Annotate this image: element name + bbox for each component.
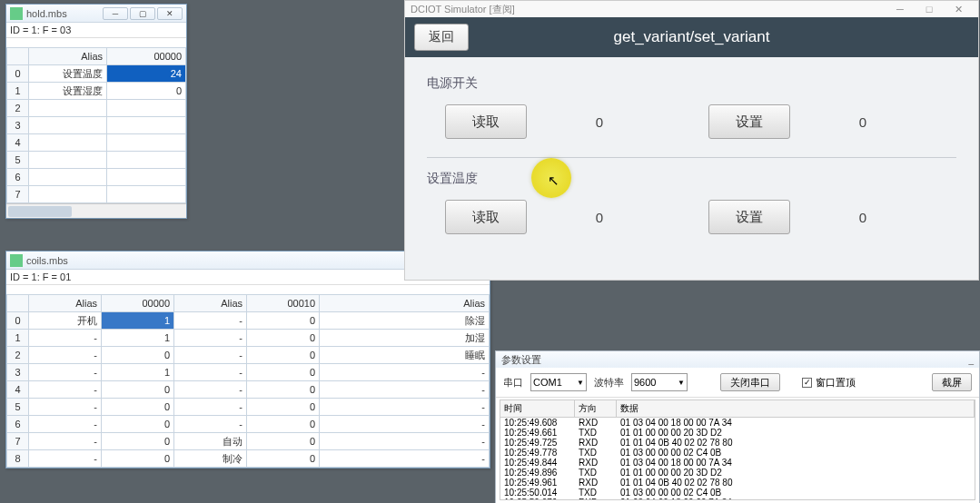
log-row: 10:25:49.896TXD01 01 00 00 00 20 3D D2	[500, 468, 975, 478]
hold-id-bar: ID = 1: F = 03	[6, 23, 186, 38]
table-row[interactable]: 8-0制冷0-	[7, 450, 490, 468]
maximize-button[interactable]: □	[915, 4, 944, 15]
log-row: 10:25:49.725RXD01 01 04 0B 40 02 02 78 8…	[500, 438, 975, 448]
port-label: 串口	[503, 376, 523, 390]
log-row: 10:25:49.608RXD01 03 04 00 18 00 00 7A 3…	[500, 418, 975, 428]
table-row[interactable]: 1-1-0加湿	[7, 330, 490, 347]
table-row[interactable]: 7	[7, 186, 186, 203]
hold-title-text: hold.mbs	[26, 8, 67, 19]
hold-window: hold.mbs ─ ▢ ✕ ID = 1: F = 03 Alias00000…	[5, 4, 187, 219]
table-row[interactable]: 0开机1-0除湿	[7, 312, 490, 330]
col-00000: 00000	[102, 295, 174, 312]
hold-titlebar[interactable]: hold.mbs ─ ▢ ✕	[6, 5, 186, 23]
table-row[interactable]: 7-0自动0-	[7, 433, 490, 450]
close-button[interactable]: ✕	[944, 4, 973, 15]
simulator-header: 返回 get_variant/set_variant	[405, 17, 978, 57]
close-button[interactable]: ✕	[157, 7, 183, 20]
log-col-data: 数据	[617, 400, 975, 417]
baud-label: 波特率	[594, 376, 624, 390]
power-read-button[interactable]: 读取	[445, 104, 527, 139]
coils-title-text: coils.mbs	[26, 255, 68, 266]
capture-button[interactable]: 截屏	[932, 373, 972, 391]
baud-select[interactable]: 9600▼	[631, 373, 688, 391]
log-row: 10:25:49.778TXD01 03 00 00 00 02 C4 0B	[500, 448, 975, 458]
file-icon	[10, 7, 23, 20]
serial-close-x[interactable]: _	[968, 355, 974, 365]
table-row[interactable]: 3	[7, 117, 186, 134]
col-00010: 00010	[247, 295, 320, 312]
serial-log-body[interactable]: 10:25:49.608RXD01 03 04 00 18 00 00 7A 3…	[500, 418, 975, 499]
table-row[interactable]: 4	[7, 134, 186, 152]
table-row[interactable]: 2	[7, 100, 186, 117]
serial-toolbar: 串口 COM1▼ 波特率 9600▼ 关闭串口 ✓窗口置顶 截屏	[496, 368, 979, 398]
col-alias-1: Alias	[174, 295, 247, 312]
table-row[interactable]: 4-0-0-	[7, 381, 490, 399]
table-row[interactable]: 2-0-0睡眠	[7, 347, 490, 364]
power-set-button[interactable]: 设置	[708, 104, 790, 139]
topmost-checkbox[interactable]: ✓窗口置顶	[802, 376, 856, 390]
serial-title-text: 参数设置	[501, 353, 541, 367]
minimize-button[interactable]: ─	[103, 7, 128, 20]
col-00000: 00000	[107, 48, 186, 65]
table-row[interactable]: 1设置湿度0	[7, 83, 186, 100]
log-row: 10:25:49.961RXD01 01 04 0B 40 02 02 78 8…	[500, 478, 975, 488]
coils-window: coils.mbs ID = 1: F = 01 Alias 00000 Ali…	[5, 251, 490, 468]
simulator-chrome-title: DCIOT Simulator [查阅]	[411, 3, 515, 16]
port-select[interactable]: COM1▼	[530, 373, 587, 391]
col-alias: Alias	[29, 48, 107, 65]
col-alias-2: Alias	[320, 295, 490, 312]
cursor-icon: ↖	[548, 173, 559, 189]
temp-set-button[interactable]: 设置	[708, 200, 790, 234]
hold-grid[interactable]: Alias00000 0设置温度241设置湿度0234567	[6, 47, 186, 203]
power-read-value: 0	[527, 114, 672, 130]
section-power-label: 电源开关	[427, 75, 956, 92]
hold-scrollbar[interactable]	[6, 203, 186, 218]
maximize-button[interactable]: ▢	[130, 7, 155, 20]
section-temp-label: 设置温度	[427, 171, 956, 187]
power-set-value: 0	[790, 114, 935, 130]
temp-read-button[interactable]: 读取	[445, 200, 527, 234]
log-col-time: 时间	[500, 400, 575, 417]
file-icon	[10, 254, 23, 267]
table-row[interactable]: 0设置温度24	[7, 65, 186, 83]
simulator-title: get_variant/set_variant	[405, 28, 978, 46]
log-row: 10:25:49.844RXD01 03 04 00 18 00 00 7A 3…	[500, 458, 975, 468]
log-row: 10:25:50.014TXD01 03 00 00 00 02 C4 0B	[500, 488, 975, 498]
serial-titlebar[interactable]: 参数设置 _	[496, 351, 979, 368]
col-alias-0: Alias	[29, 295, 102, 312]
chevron-down-icon: ▼	[678, 379, 685, 387]
temp-set-value: 0	[790, 210, 935, 225]
table-row[interactable]: 6-0-0-	[7, 416, 490, 433]
table-row[interactable]: 3-1-0-	[7, 364, 490, 381]
close-port-button[interactable]: 关闭串口	[720, 373, 780, 391]
divider	[427, 157, 956, 158]
table-row[interactable]: 6	[7, 169, 186, 186]
simulator-window: DCIOT Simulator [查阅] ─ □ ✕ 返回 get_varian…	[404, 0, 979, 281]
table-row[interactable]: 5-0-0-	[7, 399, 490, 416]
coils-grid[interactable]: Alias 00000 Alias 00010 Alias 0开机1-0除湿1-…	[6, 294, 490, 468]
serial-window: 参数设置 _ 串口 COM1▼ 波特率 9600▼ 关闭串口 ✓窗口置顶 截屏 …	[495, 350, 980, 503]
temp-read-value: 0	[527, 210, 672, 225]
log-row: 10:25:49.661TXD01 01 00 00 00 20 3D D2	[500, 428, 975, 438]
serial-log: 时间 方向 数据 10:25:49.608RXD01 03 04 00 18 0…	[500, 399, 975, 500]
table-row[interactable]: 5	[7, 152, 186, 169]
simulator-chrome[interactable]: DCIOT Simulator [查阅] ─ □ ✕	[405, 1, 978, 17]
log-row: 10:25:50.076RXD01 03 04 00 18 00 00 7A 3…	[500, 498, 975, 499]
chevron-down-icon: ▼	[577, 379, 584, 387]
minimize-button[interactable]: ─	[886, 4, 915, 15]
log-col-dir: 方向	[575, 400, 617, 417]
back-button[interactable]: 返回	[414, 24, 469, 51]
